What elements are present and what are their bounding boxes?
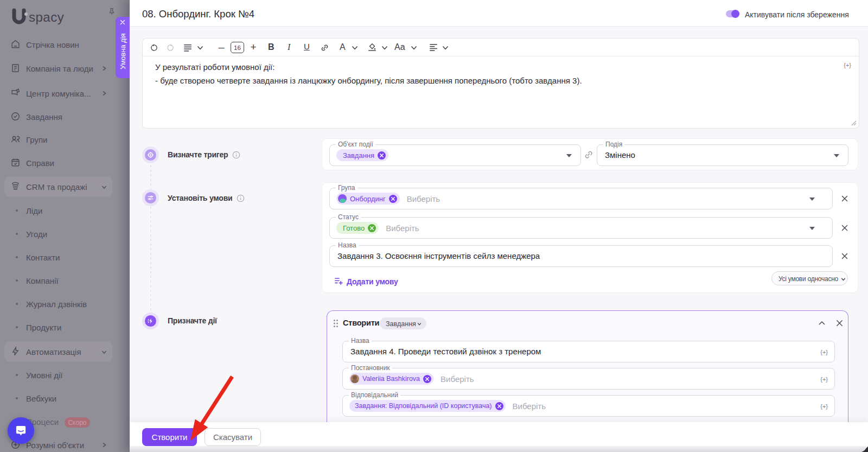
svg-text:spacy: spacy — [29, 10, 64, 24]
